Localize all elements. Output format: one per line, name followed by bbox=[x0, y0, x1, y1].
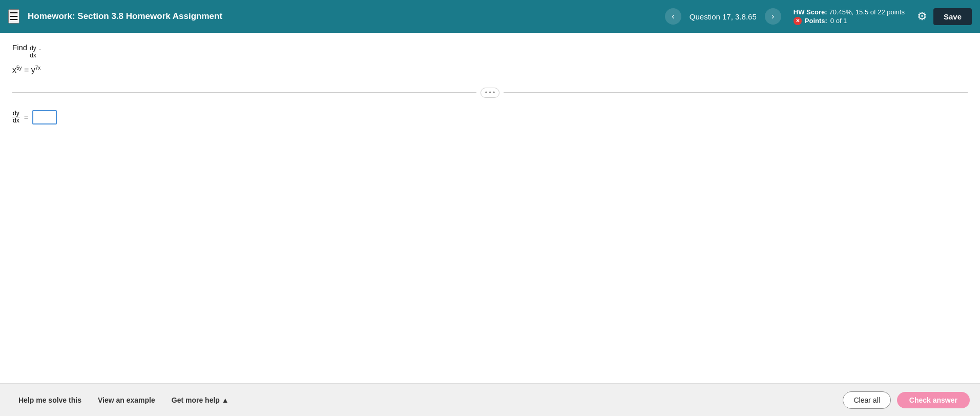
points-value: 0 of 1 bbox=[830, 17, 847, 25]
answer-dy-dx-fraction: dy dx bbox=[12, 110, 20, 124]
next-question-button[interactable]: › bbox=[765, 8, 781, 25]
answer-dy-denom: dx bbox=[12, 117, 20, 124]
divider-line-left bbox=[12, 92, 476, 93]
assignment-title: Section 3.8 Homework Assignment bbox=[77, 11, 222, 21]
problem-section: Find dy dx . x5y = y7x bbox=[12, 43, 968, 79]
divider: • • • bbox=[12, 88, 968, 98]
dy-numer: dy bbox=[29, 45, 37, 52]
score-section: HW Score: 70.45%, 15.5 of 22 points ✕ Po… bbox=[794, 8, 905, 25]
question-label: Question 17, 3.8.65 bbox=[690, 12, 757, 21]
check-answer-button[interactable]: Check answer bbox=[897, 392, 970, 408]
find-period: . bbox=[39, 43, 41, 52]
clear-all-button[interactable]: Clear all bbox=[843, 391, 890, 409]
nav-buttons: ‹ Question 17, 3.8.65 › bbox=[665, 8, 781, 25]
divider-dots: • • • bbox=[481, 88, 499, 98]
incorrect-icon: ✕ bbox=[794, 17, 802, 25]
prev-question-button[interactable]: ‹ bbox=[665, 8, 681, 25]
points-row: ✕ Points: 0 of 1 bbox=[794, 17, 847, 25]
help-me-solve-button[interactable]: Help me solve this bbox=[10, 392, 90, 408]
footer: Help me solve this View an example Get m… bbox=[0, 383, 980, 416]
points-label: Points: bbox=[805, 17, 827, 25]
footer-left: Help me solve this View an example Get m… bbox=[10, 392, 843, 408]
find-label: Find dy dx . bbox=[12, 43, 968, 59]
settings-button[interactable]: ⚙ bbox=[917, 10, 927, 23]
main-content: Find dy dx . x5y = y7x • • • dy dx = bbox=[0, 33, 980, 383]
header-title: Homework: Section 3.8 Homework Assignmen… bbox=[28, 11, 222, 22]
homework-label: Homework: bbox=[28, 11, 75, 21]
gear-icon: ⚙ bbox=[917, 10, 927, 23]
answer-equals: = bbox=[24, 113, 29, 121]
answer-section: dy dx = bbox=[12, 110, 968, 124]
equation: x5y = y7x bbox=[12, 65, 968, 75]
dy-denom: dx bbox=[29, 52, 37, 59]
eq-equals: = bbox=[24, 66, 31, 75]
menu-button[interactable]: ☰ bbox=[8, 9, 19, 24]
footer-right: Clear all Check answer bbox=[843, 391, 970, 409]
header: ☰ Homework: Section 3.8 Homework Assignm… bbox=[0, 0, 980, 33]
hw-score-label: HW Score: bbox=[794, 8, 827, 16]
eq-base-y: y bbox=[31, 66, 35, 75]
view-example-button[interactable]: View an example bbox=[90, 392, 163, 408]
dy-dx-fraction: dy dx bbox=[29, 45, 37, 59]
eq-exp-y: 7x bbox=[35, 65, 41, 71]
find-text: Find bbox=[12, 43, 27, 52]
hw-score-row: HW Score: 70.45%, 15.5 of 22 points bbox=[794, 8, 905, 16]
get-more-help-button[interactable]: Get more help ▲ bbox=[163, 392, 237, 408]
divider-line-right bbox=[504, 92, 968, 93]
menu-icon: ☰ bbox=[9, 11, 18, 22]
eq-exp-x: 5y bbox=[16, 65, 22, 71]
eq-base-x: x bbox=[12, 66, 16, 75]
answer-input-box[interactable] bbox=[32, 110, 57, 124]
answer-dy-numer: dy bbox=[12, 110, 20, 117]
hw-score-value: 70.45%, 15.5 of 22 points bbox=[829, 8, 905, 16]
save-button[interactable]: Save bbox=[933, 8, 972, 25]
